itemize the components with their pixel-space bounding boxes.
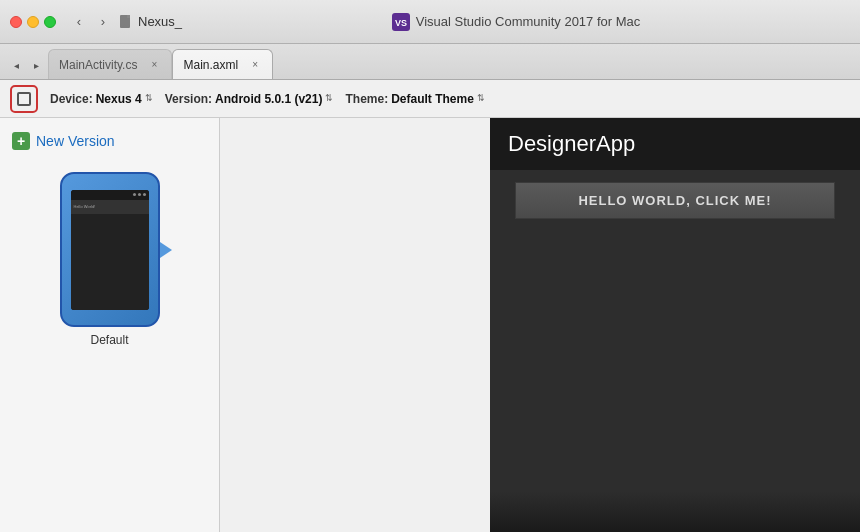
maximize-button[interactable]: [44, 16, 56, 28]
tab-mainactivity[interactable]: MainActivity.cs ×: [48, 49, 172, 79]
version-value: Android 5.0.1 (v21): [215, 92, 322, 106]
app-title: VS Visual Studio Community 2017 for Mac: [392, 13, 640, 31]
title-bar-left: ‹ › Nexus_: [10, 13, 182, 31]
signal-icon: [133, 193, 136, 196]
svg-rect-1: [127, 15, 130, 18]
traffic-lights: [10, 16, 56, 28]
new-version-button[interactable]: + New Version: [12, 130, 207, 152]
plus-icon: +: [12, 132, 30, 150]
phone-selection-arrow: [160, 242, 172, 258]
designer-panel: DesignerApp HELLO WORLD, CLICK ME!: [490, 118, 860, 532]
tab-mainactivity-label: MainActivity.cs: [59, 58, 137, 72]
device-value: Nexus 4: [96, 92, 142, 106]
device-selector[interactable]: Device: Nexus 4 ⇅: [50, 92, 153, 106]
main-area: + New Version Hello World!: [0, 118, 860, 532]
device-chevron-icon: ⇅: [145, 94, 153, 103]
center-panel: [220, 118, 490, 532]
breadcrumb-text: Nexus_: [138, 14, 182, 29]
theme-value: Default Theme: [391, 92, 474, 106]
signal-icon-2: [138, 193, 141, 196]
device-toggle-button[interactable]: [10, 85, 38, 113]
battery-icon: [143, 193, 146, 196]
tab-nav-right[interactable]: ▸: [28, 57, 44, 73]
version-selector[interactable]: Version: Android 5.0.1 (v21) ⇅: [165, 92, 334, 106]
back-nav-button[interactable]: ‹: [70, 13, 88, 31]
tab-mainaxml-label: Main.axml: [183, 58, 238, 72]
toolbar: Device: Nexus 4 ⇅ Version: Android 5.0.1…: [0, 80, 860, 118]
phone-outer: Hello World!: [60, 172, 160, 327]
breadcrumb: Nexus_: [118, 14, 182, 30]
device-thumbnail-label: Default: [90, 333, 128, 347]
new-version-label: New Version: [36, 133, 115, 149]
device-label: Device:: [50, 92, 93, 106]
minimize-button[interactable]: [27, 16, 39, 28]
theme-label: Theme:: [345, 92, 388, 106]
designer-app-bar: DesignerApp: [490, 118, 860, 170]
forward-nav-button[interactable]: ›: [94, 13, 112, 31]
device-toggle-icon: [17, 92, 31, 106]
svg-text:VS: VS: [395, 18, 407, 28]
phone-mini-bar: Hello World!: [71, 200, 149, 214]
version-chevron-icon: ⇅: [325, 94, 333, 103]
tab-nav-left[interactable]: ◂: [8, 57, 24, 73]
phone-status-bar: [71, 190, 149, 200]
hello-world-button[interactable]: HELLO WORLD, CLICK ME!: [515, 182, 835, 219]
phone-screen-content: Hello World!: [71, 200, 149, 310]
title-bar: ‹ › Nexus_ VS Visual Studio Community 20…: [0, 0, 860, 44]
app-title-text: Visual Studio Community 2017 for Mac: [416, 14, 640, 29]
phone-screen: Hello World!: [71, 190, 149, 310]
tab-mainaxml-close[interactable]: ×: [248, 58, 262, 72]
designer-fade: [490, 492, 860, 532]
theme-chevron-icon: ⇅: [477, 94, 485, 103]
designer-content: HELLO WORLD, CLICK ME!: [490, 170, 860, 532]
title-center: VS Visual Studio Community 2017 for Mac: [182, 13, 850, 31]
device-preview: Hello World! Default: [12, 168, 207, 347]
file-icon: [118, 14, 134, 30]
tab-mainactivity-close[interactable]: ×: [147, 58, 161, 72]
tab-navigation: ◂ ▸: [8, 57, 44, 79]
left-panel: + New Version Hello World!: [0, 118, 220, 532]
tab-bar: ◂ ▸ MainActivity.cs × Main.axml ×: [0, 44, 860, 80]
version-label: Version:: [165, 92, 212, 106]
phone-mini-text: Hello World!: [74, 204, 96, 209]
vs-logo-icon: VS: [392, 13, 410, 31]
designer-app-title: DesignerApp: [508, 131, 635, 157]
theme-selector[interactable]: Theme: Default Theme ⇅: [345, 92, 484, 106]
tab-mainaxml[interactable]: Main.axml ×: [172, 49, 273, 79]
phone-thumbnail[interactable]: Hello World!: [60, 172, 160, 327]
close-button[interactable]: [10, 16, 22, 28]
